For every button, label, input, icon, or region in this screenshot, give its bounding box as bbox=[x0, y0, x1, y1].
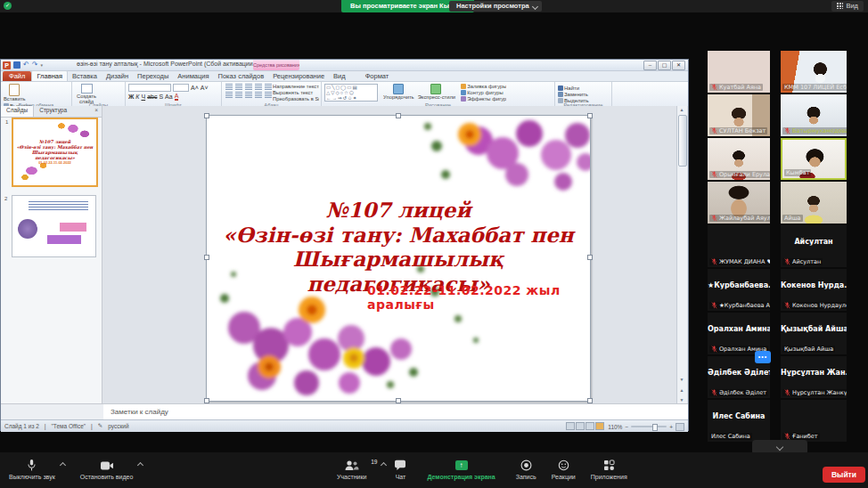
mute-options-chevron[interactable] bbox=[60, 462, 66, 468]
fit-to-window-icon[interactable] bbox=[676, 423, 684, 431]
shape-fill-button[interactable]: Заливка фигуры bbox=[461, 84, 506, 89]
grow-font-icon[interactable]: А˄ bbox=[191, 85, 199, 91]
selection-handle[interactable] bbox=[204, 255, 209, 260]
spellcheck-icon[interactable]: ✎ bbox=[98, 422, 102, 429]
participant-tile[interactable]: Оралхан АминаОралхан Амина bbox=[708, 313, 770, 354]
slide-canvas[interactable]: №107 лицей «Өзін-өзі тану: Махаббат пен … bbox=[206, 115, 591, 402]
zoom-out-icon[interactable]: − bbox=[625, 424, 628, 430]
italic-icon[interactable]: К bbox=[135, 94, 139, 100]
align-center-icon[interactable] bbox=[235, 92, 242, 98]
shape-outline-button[interactable]: Контур фигуры bbox=[461, 90, 506, 95]
shrink-font-icon[interactable]: А˅ bbox=[201, 85, 209, 91]
tab-design[interactable]: Дизайн bbox=[102, 71, 133, 81]
participant-tile[interactable]: Кокенов Нурда...Кокенов Нурдаулет bbox=[781, 269, 847, 311]
tab-transitions[interactable]: Переходы bbox=[133, 71, 173, 81]
leave-button[interactable]: Выйти bbox=[823, 467, 865, 483]
normal-view-icon[interactable] bbox=[566, 422, 575, 430]
apps-button[interactable]: Приложения bbox=[591, 459, 627, 480]
save-icon[interactable] bbox=[13, 61, 20, 69]
underline-icon[interactable]: Ч bbox=[141, 94, 145, 100]
participant-tile[interactable]: Батырмухамедова А... bbox=[781, 94, 847, 136]
participant-tile[interactable]: АйсултанАйсултан bbox=[781, 225, 847, 267]
tab-home[interactable]: Главная bbox=[31, 70, 68, 81]
participants-button[interactable]: 19 Участники bbox=[337, 459, 366, 480]
mute-button[interactable]: Выключить звук bbox=[9, 459, 55, 480]
increase-indent-icon[interactable] bbox=[255, 84, 262, 90]
decrease-indent-icon[interactable] bbox=[245, 84, 252, 90]
tab-outline-pane[interactable]: Структура bbox=[34, 106, 72, 117]
arrange-button[interactable]: Упорядочить bbox=[383, 84, 414, 100]
scroll-down-icon[interactable]: ▼ bbox=[677, 377, 686, 382]
tab-file[interactable]: Файл bbox=[3, 71, 31, 81]
participant-tile[interactable]: Нұрсұлтан Жан...Нұрсұлтан Жанкүр bbox=[781, 356, 847, 398]
smartart-button[interactable]: Преобразовать в SmartArt bbox=[273, 96, 319, 102]
notes-pane[interactable]: Заметки к слайду bbox=[103, 403, 688, 419]
text-direction-button[interactable]: Направление текста bbox=[273, 84, 319, 89]
participant-tile[interactable]: ★Курбанбаева...★Курбанбаева Ару★ bbox=[708, 269, 770, 311]
chat-button[interactable]: Чат bbox=[394, 459, 406, 480]
reading-view-icon[interactable] bbox=[585, 422, 594, 430]
more-options-button[interactable]: ••• bbox=[755, 351, 771, 363]
share-screen-button[interactable]: ↑ Демонстрация экрана bbox=[427, 459, 495, 480]
bullets-icon[interactable] bbox=[225, 84, 233, 90]
selection-handle[interactable] bbox=[204, 113, 209, 118]
change-case-icon[interactable]: Аа bbox=[165, 94, 173, 100]
participant-tile[interactable]: Кымбат bbox=[781, 138, 847, 180]
participant-tile[interactable]: Куатбай Аяна bbox=[708, 51, 770, 93]
participant-tile[interactable]: Жайлаубай Аяулым ... bbox=[708, 182, 770, 224]
participant-tile[interactable]: Ғанибет bbox=[781, 400, 847, 442]
selection-handle[interactable] bbox=[587, 113, 593, 118]
scroll-up-icon[interactable]: ▲ bbox=[677, 107, 686, 112]
stop-video-button[interactable]: Остановить видео bbox=[80, 459, 134, 480]
align-right-icon[interactable] bbox=[245, 92, 252, 98]
maximize-button[interactable]: ▢ bbox=[658, 61, 671, 70]
justify-icon[interactable] bbox=[255, 92, 262, 98]
close-pane-icon[interactable]: × bbox=[91, 106, 102, 117]
shape-effects-button[interactable]: Эффекты фигур bbox=[461, 96, 506, 102]
view-settings-button[interactable]: Настройки просмотра bbox=[449, 1, 542, 12]
next-slide-icon[interactable]: ▼ bbox=[677, 397, 686, 403]
find-button[interactable]: Найти bbox=[558, 85, 589, 91]
tab-view[interactable]: Вид bbox=[329, 71, 350, 81]
tab-insert[interactable]: Вставка bbox=[68, 71, 102, 81]
tab-slides-pane[interactable]: Слайды bbox=[1, 106, 34, 117]
redo-icon[interactable]: ↷ bbox=[32, 61, 38, 69]
previous-slide-icon[interactable]: ▲ bbox=[677, 387, 686, 393]
slide-date-text[interactable]: 01.02.22-11.02.2022 жыл аралығы bbox=[367, 283, 590, 312]
participant-tile[interactable]: КММ 107 ЛИЦЕЙ Есбо... bbox=[781, 51, 847, 93]
shapes-gallery[interactable]: ▭╲◻◯▭▤△▽◇○☆⬠←→⇒↺✩✦ bbox=[324, 84, 378, 102]
language-indicator[interactable]: русский bbox=[108, 423, 128, 429]
video-options-chevron[interactable] bbox=[137, 462, 143, 468]
strikethrough-icon[interactable]: abc bbox=[147, 94, 157, 100]
shadow-icon[interactable]: S bbox=[159, 94, 163, 100]
undo-icon[interactable]: ↶ bbox=[23, 61, 29, 69]
tab-review[interactable]: Рецензирование bbox=[268, 71, 329, 81]
close-button[interactable]: ✕ bbox=[672, 61, 685, 70]
qat-dropdown-icon[interactable]: ▾ bbox=[40, 62, 43, 68]
quick-styles-button[interactable]: Экспресс-стили bbox=[418, 84, 455, 100]
scrollbar-thumb[interactable] bbox=[678, 115, 687, 167]
font-size-select[interactable] bbox=[173, 84, 189, 92]
slide-title-text[interactable]: №107 лицей «Өзін-өзі тану: Махаббат пен … bbox=[207, 198, 590, 296]
participant-tile[interactable]: Илес СабинаИлес Сабина bbox=[708, 400, 770, 442]
zoom-in-icon[interactable]: + bbox=[669, 424, 673, 430]
record-button[interactable]: Запись bbox=[516, 459, 536, 480]
bold-icon[interactable]: Ж bbox=[128, 94, 134, 100]
tab-slideshow[interactable]: Показ слайдов bbox=[214, 71, 269, 81]
zoom-slider[interactable] bbox=[631, 426, 667, 427]
align-left-icon[interactable] bbox=[225, 92, 233, 98]
participants-options-chevron[interactable] bbox=[381, 462, 387, 468]
align-text-button[interactable]: Выровнять текст bbox=[273, 90, 319, 95]
tab-animations[interactable]: Анимация bbox=[173, 71, 213, 81]
participant-tile[interactable]: Айша bbox=[781, 182, 847, 224]
vertical-scrollbar[interactable]: ▲ ▼ ▲ ▼ bbox=[676, 106, 687, 403]
columns-icon[interactable] bbox=[265, 92, 272, 98]
font-color-icon[interactable]: А bbox=[175, 93, 179, 101]
numbering-icon[interactable] bbox=[235, 84, 242, 90]
participant-tile[interactable]: СУЛТАН Бекзат bbox=[708, 94, 770, 136]
new-slide-button[interactable]: Создать слайд bbox=[75, 84, 98, 104]
sorter-view-icon[interactable] bbox=[576, 422, 585, 430]
participant-tile[interactable]: Қызықбай АйшаҚызықбай Айша bbox=[781, 313, 847, 354]
participant-tile[interactable]: ЖУМАК ДИАНА ♥📱... bbox=[708, 225, 770, 267]
replace-button[interactable]: Заменить bbox=[558, 92, 589, 97]
